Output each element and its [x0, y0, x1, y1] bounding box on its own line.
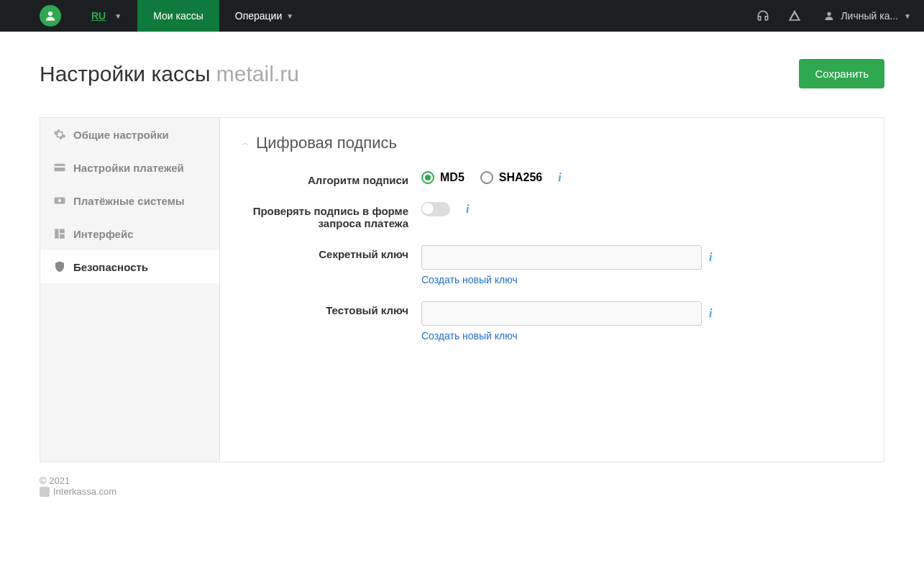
sidebar-item-payment-systems[interactable]: Платёжные системы	[40, 184, 219, 217]
secret-key-label: Секретный ключ	[242, 245, 421, 260]
algorithm-label: Алгоритм подписи	[242, 171, 421, 186]
copyright-text: © 2021	[40, 475, 884, 486]
person-icon	[823, 10, 835, 22]
nav-item-my-cashiers[interactable]: Мои кассы	[137, 0, 219, 32]
footer-link-text: Interkassa.com	[53, 486, 116, 497]
svg-point-5	[58, 199, 62, 203]
footer-link-icon	[40, 487, 50, 497]
secret-key-input[interactable]	[421, 245, 702, 270]
svg-rect-3	[55, 166, 65, 168]
row-algorithm: Алгоритм подписи MD5 SHA256 i	[242, 171, 862, 186]
svg-point-1	[828, 12, 831, 16]
save-button[interactable]: Сохранить	[799, 59, 884, 88]
lang-selector[interactable]: RU ▼	[76, 0, 137, 32]
page-title-text: Настройки кассы	[40, 62, 210, 86]
card-icon	[53, 161, 66, 174]
svg-point-0	[48, 12, 52, 16]
sidebar-item-label: Интерфейс	[73, 228, 134, 240]
radio-icon	[480, 171, 493, 184]
test-key-input[interactable]	[421, 301, 702, 326]
user-label: Личный ка...	[841, 10, 898, 22]
sidebar-item-payment-settings[interactable]: Настройки платежей	[40, 151, 219, 184]
settings-card: Общие настройки Настройки платежей Платё…	[40, 117, 884, 462]
user-icon	[44, 9, 57, 22]
radio-label: MD5	[440, 171, 465, 184]
radio-label: SHA256	[499, 171, 542, 184]
info-icon[interactable]: i	[709, 307, 712, 320]
radio-md5[interactable]: MD5	[421, 171, 465, 184]
info-icon[interactable]: i	[466, 203, 469, 216]
create-test-key-link[interactable]: Создать новый ключ	[421, 330, 712, 342]
section-title-text: Цифровая подпись	[256, 134, 397, 152]
sidebar-item-general[interactable]: Общие настройки	[40, 118, 219, 151]
shield-icon	[53, 260, 66, 273]
test-key-label: Тестовый ключ	[242, 301, 421, 316]
gear-icon	[53, 128, 66, 141]
row-verify-signature: Проверять подпись в форме запроса платеж…	[242, 202, 862, 229]
sidebar-item-label: Безопасность	[73, 261, 148, 273]
alert-icon[interactable]	[779, 0, 810, 32]
nav-item-label: Операции	[235, 10, 283, 22]
chevron-down-icon: ▼	[904, 12, 911, 20]
verify-toggle[interactable]	[421, 202, 450, 216]
chevron-down-icon: ▼	[286, 12, 293, 20]
layout-icon	[53, 227, 66, 240]
top-nav: RU ▼ Мои кассы Операции ▼ Личный ка... ▼	[0, 0, 924, 32]
sidebar-item-label: Платёжные системы	[73, 195, 185, 207]
money-icon	[53, 194, 66, 207]
chevron-up-icon: ︿	[242, 138, 249, 148]
lang-label: RU	[91, 10, 106, 22]
row-test-key: Тестовый ключ i Создать новый ключ	[242, 301, 862, 342]
radio-sha256[interactable]: SHA256	[480, 171, 542, 184]
row-secret-key: Секретный ключ i Создать новый ключ	[242, 245, 862, 285]
svg-rect-7	[60, 229, 65, 233]
nav-item-label: Мои кассы	[153, 10, 203, 22]
chevron-down-icon: ▼	[114, 12, 122, 20]
info-icon[interactable]: i	[558, 171, 561, 184]
verify-label: Проверять подпись в форме запроса платеж…	[242, 202, 421, 229]
info-icon[interactable]: i	[709, 251, 712, 264]
page-subtitle: metail.ru	[216, 62, 299, 86]
nav-item-operations[interactable]: Операции ▼	[219, 0, 309, 32]
user-menu[interactable]: Личный ка... ▼	[810, 0, 924, 32]
page-footer: © 2021 Interkassa.com	[0, 462, 924, 510]
section-header[interactable]: ︿ Цифровая подпись	[242, 134, 862, 152]
warning-icon	[787, 9, 802, 23]
radio-icon	[421, 171, 434, 184]
sidebar-item-security[interactable]: Безопасность	[40, 250, 219, 283]
svg-rect-6	[55, 229, 58, 239]
page-header: Настройки кассы metail.ru Сохранить	[40, 59, 884, 88]
headset-icon	[756, 9, 770, 23]
brand-logo[interactable]	[40, 5, 61, 27]
page-title: Настройки кассы metail.ru	[40, 62, 299, 86]
sidebar-item-label: Настройки платежей	[73, 162, 184, 174]
svg-rect-8	[60, 234, 65, 239]
sidebar-item-label: Общие настройки	[73, 129, 169, 141]
footer-link[interactable]: Interkassa.com	[40, 486, 884, 497]
settings-content: ︿ Цифровая подпись Алгоритм подписи MD5 …	[220, 118, 884, 462]
support-icon[interactable]	[747, 0, 779, 32]
create-secret-key-link[interactable]: Создать новый ключ	[421, 274, 712, 285]
sidebar-item-interface[interactable]: Интерфейс	[40, 217, 219, 250]
settings-sidebar: Общие настройки Настройки платежей Платё…	[40, 118, 220, 462]
